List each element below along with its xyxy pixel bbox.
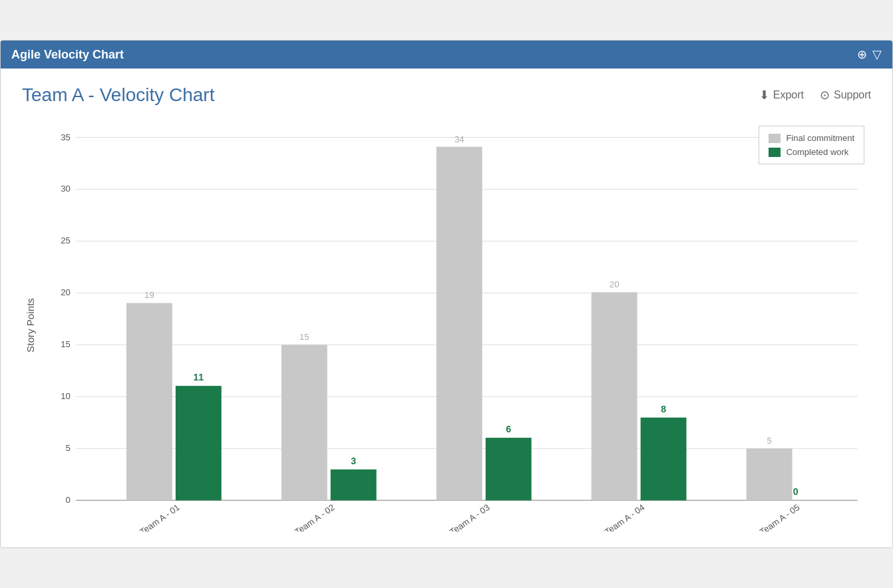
- chart-toolbar: Team A - Velocity Chart ⬇ Export ⊙ Suppo…: [22, 84, 871, 106]
- label-a03-completed: 6: [506, 424, 511, 434]
- export-icon: ⬇: [759, 88, 769, 102]
- export-label: Export: [773, 89, 804, 101]
- chart-legend: Final commitment Completed work: [759, 126, 864, 164]
- widget-header: Agile Velocity Chart ⊕ ▽: [1, 41, 892, 69]
- label-a03-commitment: 34: [454, 134, 464, 144]
- x-label-a04: Team A - 04: [603, 502, 647, 531]
- y-tick-20: 20: [61, 287, 71, 297]
- x-label-a05: Team A - 05: [758, 502, 802, 531]
- bar-a04-commitment: [592, 292, 637, 500]
- y-tick-0: 0: [66, 495, 71, 505]
- move-icon[interactable]: ⊕: [857, 47, 867, 62]
- header-icon-group: ⊕ ▽: [857, 47, 882, 62]
- y-tick-10: 10: [61, 391, 71, 401]
- bar-a01-commitment: [126, 303, 172, 501]
- bar-a02-commitment: [281, 345, 327, 500]
- support-label: Support: [834, 89, 871, 101]
- widget-title: Agile Velocity Chart: [11, 48, 124, 62]
- bar-a05-commitment: [747, 448, 793, 500]
- chart-area: Final commitment Completed work Story Po…: [22, 119, 871, 531]
- support-icon: ⊙: [820, 88, 830, 102]
- label-a04-commitment: 20: [610, 279, 620, 289]
- chart-title: Team A - Velocity Chart: [22, 84, 214, 106]
- label-a05-commitment: 5: [767, 436, 771, 446]
- y-tick-5: 5: [66, 443, 71, 453]
- support-button[interactable]: ⊙ Support: [820, 88, 871, 102]
- collapse-icon[interactable]: ▽: [872, 47, 882, 62]
- widget-body: Team A - Velocity Chart ⬇ Export ⊙ Suppo…: [1, 69, 892, 547]
- y-axis-label: Story Points: [25, 298, 36, 353]
- completed-work-swatch: [769, 148, 781, 157]
- final-commitment-swatch: [769, 134, 781, 143]
- y-tick-15: 15: [61, 339, 71, 349]
- export-button[interactable]: ⬇ Export: [759, 88, 804, 102]
- bar-a03-completed: [486, 438, 532, 500]
- bar-a02-completed: [331, 470, 377, 501]
- label-a02-commitment: 15: [299, 332, 309, 342]
- bar-a04-completed: [641, 418, 687, 501]
- legend-completed-work: Completed work: [769, 147, 854, 157]
- y-tick-30: 30: [61, 184, 71, 194]
- velocity-chart-widget: Agile Velocity Chart ⊕ ▽ Team A - Veloci…: [0, 40, 893, 548]
- legend-final-commitment-label: Final commitment: [786, 133, 854, 143]
- label-a01-completed: 11: [193, 372, 204, 382]
- x-label-a03: Team A - 03: [448, 502, 492, 531]
- label-a04-completed: 8: [661, 404, 666, 414]
- x-label-a02: Team A - 02: [293, 502, 337, 531]
- label-a02-completed: 3: [351, 456, 356, 466]
- legend-final-commitment: Final commitment: [769, 133, 854, 143]
- bar-chart-svg: Story Points 0 5 10 15 20 25: [22, 119, 871, 531]
- bar-a01-completed: [176, 386, 222, 500]
- toolbar-actions: ⬇ Export ⊙ Support: [759, 88, 871, 102]
- y-tick-25: 25: [61, 235, 71, 245]
- y-tick-35: 35: [61, 132, 71, 142]
- label-a05-completed: 0: [793, 486, 799, 497]
- x-label-a01: Team A - 01: [138, 502, 182, 531]
- bar-a03-commitment: [437, 147, 482, 501]
- label-a01-commitment: 19: [144, 290, 154, 300]
- legend-completed-work-label: Completed work: [786, 147, 848, 157]
